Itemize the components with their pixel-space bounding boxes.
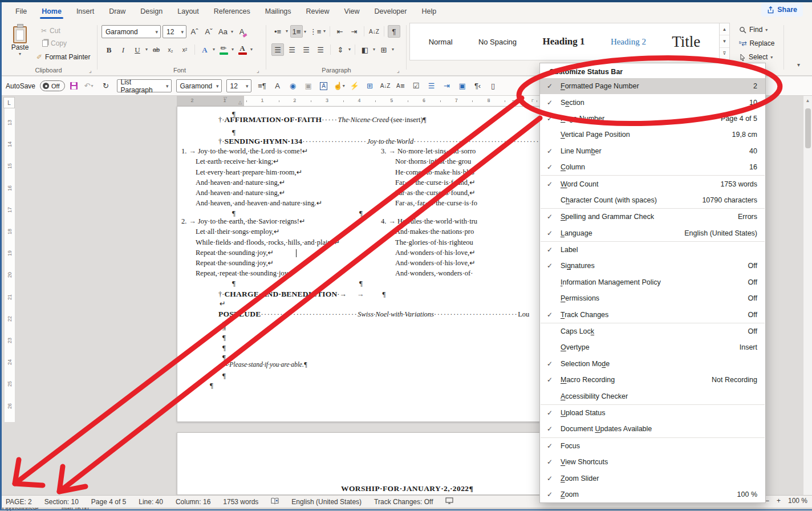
- numbering-button[interactable]: 1≡▾: [290, 25, 303, 38]
- bullets-button[interactable]: •≡▾: [271, 25, 284, 38]
- sort-az-icon[interactable]: A↓Z: [379, 80, 392, 92]
- tab-selector[interactable]: L: [3, 97, 15, 108]
- status-track-changes[interactable]: Track Changes: Off: [374, 498, 433, 506]
- menu-item-line-number[interactable]: ✓Line Number40: [540, 143, 765, 159]
- strikethrough-button[interactable]: ab: [150, 43, 163, 56]
- bold-button[interactable]: B: [103, 43, 115, 56]
- sort-button[interactable]: A↓Z: [368, 25, 380, 38]
- status-language[interactable]: English (United States): [291, 498, 362, 506]
- superscript-button[interactable]: x²: [178, 43, 191, 56]
- vertical-ruler[interactable]: 1314151617181920212223242526: [5, 106, 15, 422]
- menu-item-word-count[interactable]: ✓Word Count1753 words: [540, 176, 765, 192]
- tab-review[interactable]: Review: [299, 2, 337, 21]
- scroll-up-icon[interactable]: ▲: [803, 96, 812, 103]
- undo-button[interactable]: ↶▾: [83, 80, 95, 92]
- tab-developer[interactable]: Developer: [367, 2, 414, 21]
- style-combo[interactable]: List Paragraph▾: [117, 79, 172, 92]
- text-highlight-button[interactable]: ✏▾: [217, 43, 230, 56]
- menu-item-vertical-page-position[interactable]: Vertical Page Position19,8 cm: [540, 127, 765, 143]
- status-page-number[interactable]: Page 4 of 5: [91, 498, 126, 506]
- scrollbar-thumb[interactable]: [805, 108, 811, 148]
- styles-gallery-scroll[interactable]: ▲ ▼ ⊽: [720, 23, 730, 60]
- menu-item-permissions[interactable]: PermissionsOff: [540, 290, 765, 306]
- vertical-scrollbar[interactable]: ▲: [803, 96, 812, 495]
- display-settings-icon[interactable]: [445, 497, 453, 506]
- gallery-down-icon[interactable]: ▼: [720, 35, 729, 47]
- menu-item-spelling-and-grammar-check[interactable]: ✓Spelling and Grammar CheckErrors: [540, 209, 765, 225]
- tab-view[interactable]: View: [337, 2, 367, 21]
- align-center-button[interactable]: ☰: [286, 43, 298, 56]
- paragraph-settings-icon[interactable]: ≡¶: [256, 80, 269, 92]
- next-page-icon[interactable]: ⇥: [441, 80, 453, 92]
- collapse-ribbon-icon[interactable]: ▾: [797, 62, 800, 68]
- tab-mailings[interactable]: Mailings: [258, 2, 299, 21]
- clipboard-dialog-launcher[interactable]: ⌟: [89, 67, 92, 74]
- font-size-combo[interactable]: 12▾: [163, 25, 186, 38]
- borders-button[interactable]: ⊞▾: [377, 43, 390, 56]
- status-formatted-page-number[interactable]: PAGE: 2: [6, 498, 32, 506]
- share-button[interactable]: Share: [761, 3, 803, 17]
- tab-home[interactable]: Home: [34, 2, 69, 21]
- shrink-font-button[interactable]: Aˇ: [202, 26, 215, 38]
- tab-insert[interactable]: Insert: [69, 2, 102, 21]
- cut-button[interactable]: ✂Cut: [41, 25, 60, 36]
- menu-item-information-management-policy[interactable]: Information Management PolicyOff: [540, 274, 765, 290]
- menu-item-signatures[interactable]: ✓SignaturesOff: [540, 258, 765, 274]
- subscript-button[interactable]: x₂: [164, 43, 177, 56]
- save-icon[interactable]: [70, 82, 78, 90]
- menu-item-label[interactable]: ✓Label: [540, 242, 765, 258]
- status-word-count[interactable]: 1753 words: [223, 498, 258, 506]
- status-column[interactable]: Column: 16: [176, 498, 210, 506]
- zoom-in-button[interactable]: +: [777, 497, 781, 505]
- hand-pointer-icon[interactable]: ☝▾: [333, 80, 346, 92]
- underline-button[interactable]: U▾: [131, 43, 144, 56]
- menu-item-accessibility-checker[interactable]: Accessibility Checker: [540, 388, 765, 404]
- gallery-up-icon[interactable]: ▲: [720, 23, 729, 35]
- menu-item-track-changes[interactable]: ✓Track ChangesOff: [540, 306, 765, 322]
- tab-help[interactable]: Help: [414, 2, 444, 21]
- menu-item-formatted-page-number[interactable]: ✓Formatted Page Number2: [540, 78, 765, 94]
- bullet-list-icon[interactable]: ☰: [425, 80, 438, 92]
- copy-button[interactable]: Copy: [41, 38, 67, 49]
- zoom-level[interactable]: 100 %: [788, 497, 807, 505]
- menu-item-column[interactable]: ✓Column16: [540, 159, 765, 175]
- gallery-more-icon[interactable]: ⊽: [720, 48, 729, 60]
- select-button[interactable]: Select▾: [739, 51, 773, 63]
- qat-size-combo[interactable]: 12▾: [226, 79, 251, 92]
- decrease-indent-button[interactable]: ⇤: [334, 25, 346, 38]
- qat-font-combo[interactable]: Garamond▾: [176, 79, 222, 92]
- character-icon[interactable]: A: [271, 80, 284, 92]
- menu-item-zoom[interactable]: ✓Zoom100 %: [540, 486, 765, 502]
- multilevel-list-button[interactable]: ⋮≡▾: [309, 25, 322, 38]
- autosave-toggle[interactable]: Off: [40, 80, 64, 91]
- blank-page-icon[interactable]: ▯: [487, 80, 500, 92]
- menu-item-page-number[interactable]: ✓Page NumberPage 4 of 5: [540, 111, 765, 127]
- menu-item-overtype[interactable]: OvertypeInsert: [540, 339, 765, 355]
- line-numbering-icon[interactable]: A≣: [395, 80, 407, 92]
- menu-item-language[interactable]: ✓LanguageEnglish (United States): [540, 225, 765, 241]
- menu-item-document-updates-available[interactable]: ✓Document Updates Available: [540, 421, 765, 437]
- hanging-indent-marker[interactable]: △: [238, 100, 242, 105]
- menu-item-section[interactable]: ✓Section10: [540, 94, 765, 110]
- style-heading-1[interactable]: Heading 1: [542, 36, 584, 47]
- menu-item-view-shortcuts[interactable]: ✓View Shortcuts: [540, 454, 765, 470]
- format-painter-button[interactable]: ✐Format Painter: [36, 51, 90, 63]
- tab-draw[interactable]: Draw: [102, 2, 133, 21]
- menu-item-focus[interactable]: ✓Focus: [540, 438, 765, 454]
- justify-button[interactable]: ☰: [314, 43, 327, 56]
- style-normal[interactable]: Normal: [429, 38, 453, 46]
- align-left-button[interactable]: ☰: [271, 43, 284, 56]
- grow-font-button[interactable]: Aˆ: [188, 26, 201, 38]
- status-section[interactable]: Section: 10: [44, 498, 79, 506]
- menu-item-caps-lock[interactable]: Caps LockOff: [540, 323, 765, 339]
- italic-button[interactable]: I: [117, 43, 129, 56]
- paragraph-dialog-launcher[interactable]: ⌟: [397, 67, 400, 74]
- redo-button[interactable]: ↻: [100, 80, 112, 92]
- menu-item-macro-recording[interactable]: ✓Macro RecordingNot Recording: [540, 372, 765, 388]
- document-check-icon[interactable]: ☑: [410, 80, 423, 92]
- right-tab-marker[interactable]: Γ: [531, 98, 534, 103]
- text-box-icon[interactable]: A: [318, 80, 330, 92]
- clear-formatting-button[interactable]: A: [236, 26, 248, 38]
- tab-stop-marker[interactable]: ⌐: [512, 98, 515, 103]
- table-columns-icon[interactable]: ⊞: [364, 80, 376, 92]
